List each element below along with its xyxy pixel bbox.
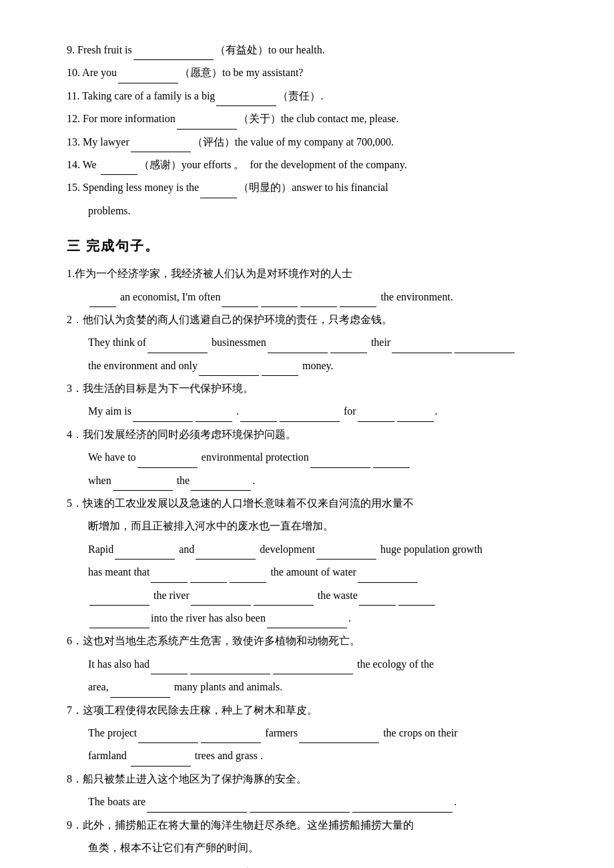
completion-item-4: 4．我们发展经济的同时必须考虑环境保护问题。 We have to enviro… (67, 425, 561, 491)
completion-item-2: 2．他们认为贪婪的商人们逃避自己的保护环境的责任，只考虑金钱。 They thi… (67, 310, 561, 376)
zh-text-5: 5．快速的工农业发展以及急速的人口增长意味着不仅来自河流的用水量不 (67, 493, 561, 513)
sentence-14: 14. We （感谢）your efforts。 for the develop… (67, 155, 561, 175)
zh-text-6: 6．这也对当地生态系统产生危害，致使许多植物和动物死亡。 (67, 631, 561, 651)
completion-item-9: 9．此外，捕捞船正在将大量的海洋生物赶尽杀绝。这坐捕捞船捕捞大量的 鱼类，根本不… (67, 815, 561, 869)
blank-13 (131, 140, 191, 152)
zh-text-2: 2．他们认为贪婪的商人们逃避自己的保护环境的责任，只考虑金钱。 (67, 310, 561, 330)
zh-text-9: 9．此外，捕捞船正在将大量的海洋生物赶尽杀绝。这坐捕捞船捕捞大量的 (67, 815, 561, 835)
zh-text-9b: 鱼类，根本不让它们有产卵的时间。 (67, 838, 561, 858)
completion-item-5: 5．快速的工农业发展以及急速的人口增长意味着不仅来自河流的用水量不 断增加，而且… (67, 493, 561, 628)
sentence-12: 12. For more information（关于）the club con… (67, 109, 561, 129)
zh-text-8: 8．船只被禁止进入这个地区为了保护海豚的安全。 (67, 769, 561, 789)
zh-text-4: 4．我们发展经济的同时必须考虑环境保护问题。 (67, 425, 561, 445)
worksheet-content: 9. Fresh fruit is（有益处）to our health. 10.… (67, 40, 561, 868)
en-text-1: an economist, I'm often the environment. (67, 287, 561, 307)
en-text-7a: The project farmers the crops on their (67, 723, 561, 743)
completion-item-1: 1.作为一个经济学家，我经济被人们认为是对环境作对的人士 an economis… (67, 264, 561, 307)
blank-10 (118, 71, 178, 83)
en-text-9: , many sea creatures (67, 861, 561, 868)
blank-15 (200, 186, 237, 198)
completion-item-7: 7．这项工程使得农民除去庄稼，种上了树木和草皮。 The project far… (67, 700, 561, 767)
fill-blank-section: 9. Fresh fruit is（有益处）to our health. 10.… (67, 40, 561, 221)
en-text-2a: They think of businessmen their (67, 333, 561, 353)
en-text-6b: area, many plants and animals. (67, 677, 561, 697)
zh-text-7: 7．这项工程使得农民除去庄稼，种上了树木和草皮。 (67, 700, 561, 720)
completion-item-6: 6．这也对当地生态系统产生危害，致使许多植物和动物死亡。 It has also… (67, 631, 561, 697)
completion-item-8: 8．船只被禁止进入这个地区为了保护海豚的安全。 The boats are. (67, 769, 561, 813)
blank-14 (101, 163, 137, 175)
en-text-6a: It has also had the ecology of the (67, 654, 561, 674)
en-text-5c: the river the waste (67, 586, 561, 606)
zh-text-1: 1.作为一个经济学家，我经济被人们认为是对环境作对的人士 (67, 264, 561, 284)
sentence-11: 11. Taking care of a family is a big（责任）… (67, 86, 561, 106)
en-text-8: The boats are. (67, 792, 561, 812)
sentence-15-cont: problems. (67, 201, 561, 221)
zh-text-3: 3．我生活的目标是为下一代保护环境。 (67, 379, 561, 399)
en-text-4a: We have to environmental protection (67, 447, 561, 467)
en-text-5a: Rapid and development huge population gr… (67, 539, 561, 560)
sentence-9-num: 9. Fresh fruit is (67, 44, 132, 55)
sentence-10: 10. Are you（愿意）to be my assistant? (67, 63, 561, 83)
blank-11 (216, 94, 276, 106)
sentence-9: 9. Fresh fruit is（有益处）to our health. (67, 40, 561, 60)
en-text-3: My aim is . for. (67, 401, 561, 421)
blank-12 (177, 118, 237, 130)
en-text-5b: has meant that the amount of water (67, 562, 561, 582)
en-text-4b: when the. (67, 471, 561, 491)
sentence-13: 13. My lawyer（评估）the value of my company… (67, 132, 561, 152)
en-text-5d: into the river has also been. (67, 608, 561, 628)
completion-item-3: 3．我生活的目标是为下一代保护环境。 My aim is . for. (67, 379, 561, 422)
section3-title: 三 完成句子。 (67, 233, 561, 258)
sentence-15: 15. Spending less money is the（明显的）answe… (67, 178, 561, 198)
zh-text-5b: 断增加，而且正被排入河水中的废水也一直在增加。 (67, 516, 561, 536)
en-text-7b: farmland trees and grass . (67, 746, 561, 766)
en-text-2b: the environment and only money. (67, 356, 561, 376)
blank-9 (133, 48, 214, 60)
